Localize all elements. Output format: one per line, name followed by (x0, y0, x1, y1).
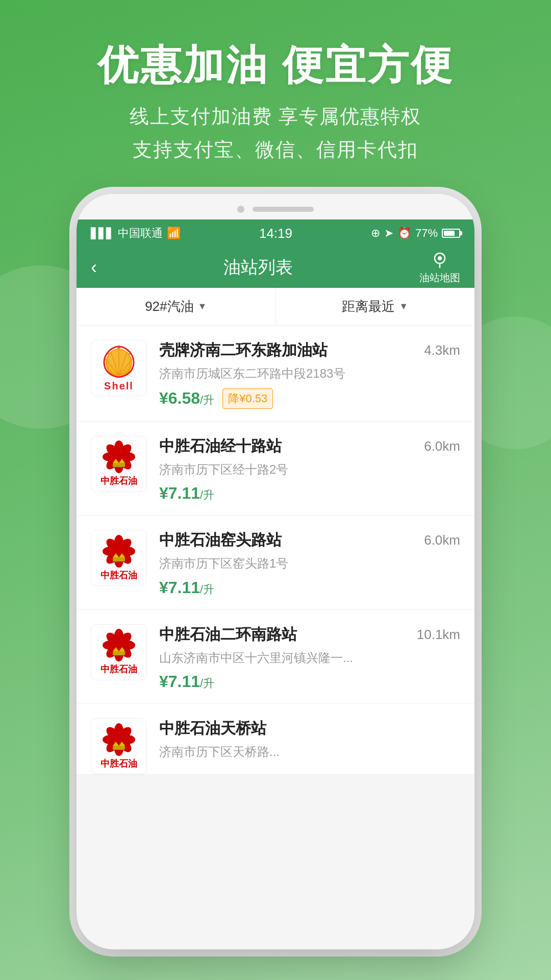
price-unit: /升 (200, 488, 214, 501)
phone-camera (237, 206, 244, 213)
nav-title: 油站列表 (223, 256, 293, 279)
filter-bar: 92#汽油 ▼ 距离最近 ▼ (77, 288, 474, 326)
station-list: Shell 壳牌济南二环东路加油站 4.3km 济南市历城区东二环路中段2183… (77, 326, 474, 775)
station-info: 壳牌济南二环东路加油站 4.3km 济南市历城区东二环路中段2183号 ¥6.5… (159, 340, 460, 409)
shell-icon (101, 345, 137, 379)
fuel-type-arrow: ▼ (198, 301, 207, 312)
zhongsheng-brand-text: 中胜石油 (101, 475, 137, 487)
station-distance: 6.0km (424, 438, 460, 454)
price-unit: /升 (200, 583, 214, 596)
station-name-row: 中胜石油二环南路站 10.1km (159, 624, 460, 645)
station-logo: 中胜石油 (91, 436, 147, 492)
station-info: 中胜石油经十路站 6.0km 济南市历下区经十路2号 ¥7.11/升 (159, 436, 460, 503)
station-info: 中胜石油窑头路站 6.0km 济南市历下区窑头路1号 ¥7.11/升 (159, 530, 460, 597)
sort-filter[interactable]: 距离最近 ▼ (276, 288, 475, 325)
hero-subtitle-line1: 线上支付加油费 享专属优惠特权 (0, 100, 551, 133)
station-address: 济南市历下区经十路2号 (159, 461, 460, 478)
station-price: ¥6.58/升 (159, 389, 214, 408)
gps-icon: ➤ (384, 227, 393, 240)
station-address: 济南市历下区天桥路... (159, 743, 460, 761)
station-item[interactable]: 中胜石油 中胜石油经十路站 6.0km 济南市历下区经十路2号 ¥7.11/升 (77, 422, 474, 516)
status-right: ⊕ ➤ ⏰ 77% (371, 227, 460, 240)
station-distance: 4.3km (424, 342, 460, 358)
map-view-button[interactable]: 油站地图 (419, 250, 460, 285)
station-name: 中胜石油二环南路站 (159, 624, 297, 645)
station-price-row: ¥7.11/升 (159, 578, 460, 597)
station-address: 山东济南市中区十六里河镇兴隆一... (159, 649, 460, 667)
station-logo: Shell (91, 340, 147, 396)
zhongsheng-icon (101, 723, 137, 756)
station-price: ¥7.11/升 (159, 484, 214, 503)
station-name-row: 壳牌济南二环东路加油站 4.3km (159, 340, 460, 361)
zhongsheng-brand-text: 中胜石油 (101, 569, 137, 581)
alarm-icon: ⏰ (397, 227, 411, 240)
shell-brand-text: Shell (104, 380, 134, 392)
station-price-row: ¥6.58/升 降¥0.53 (159, 388, 460, 409)
phone-top-hardware (77, 194, 474, 219)
zhongsheng-brand-text: 中胜石油 (101, 663, 137, 675)
station-price-row: ¥7.11/升 (159, 672, 460, 691)
zhongsheng-icon (101, 440, 137, 474)
svg-rect-53 (113, 746, 125, 750)
station-info: 中胜石油二环南路站 10.1km 山东济南市中区十六里河镇兴隆一... ¥7.1… (159, 624, 460, 692)
station-info: 中胜石油天桥站 济南市历下区天桥路... (159, 718, 460, 761)
station-address: 济南市历城区东二环路中段2183号 (159, 365, 460, 382)
carrier-name: 中国联通 (118, 226, 163, 241)
phone-mockup: ▋▋▋ 中国联通 📶 14:19 ⊕ ➤ ⏰ 77% ‹ 油站列表 (77, 194, 474, 949)
status-time: 14:19 (259, 226, 292, 241)
station-logo: 中胜石油 (91, 718, 147, 774)
station-name: 中胜石油经十路站 (159, 436, 282, 457)
station-item[interactable]: 中胜石油 中胜石油二环南路站 10.1km 山东济南市中区十六里河镇兴隆一...… (77, 610, 474, 704)
battery-fill (444, 231, 455, 236)
station-name-row: 中胜石油窑头路站 6.0km (159, 530, 460, 551)
location-icon: ⊕ (371, 227, 380, 240)
station-distance: 6.0km (424, 532, 460, 548)
station-name: 壳牌济南二环东路加油站 (159, 340, 328, 361)
map-label: 油站地图 (419, 271, 460, 285)
signal-icon: ▋▋▋ (91, 227, 114, 239)
zhongsheng-icon (101, 629, 137, 662)
battery-percent: 77% (415, 227, 438, 240)
station-name-row: 中胜石油经十路站 6.0km (159, 436, 460, 457)
wifi-icon: 📶 (167, 227, 181, 240)
station-logo: 中胜石油 (91, 530, 147, 586)
station-name: 中胜石油窑头路站 (159, 530, 282, 551)
station-name: 中胜石油天桥站 (159, 718, 266, 739)
station-price: ¥7.11/升 (159, 672, 214, 691)
svg-point-1 (438, 256, 442, 260)
station-price: ¥7.11/升 (159, 578, 214, 597)
hero-section: 优惠加油 便宜方便 线上支付加油费 享专属优惠特权 支持支付宝、微信、信用卡代扣 (0, 0, 551, 186)
station-item[interactable]: 中胜石油 中胜石油天桥站 济南市历下区天桥路... (77, 704, 474, 775)
station-address: 济南市历下区窑头路1号 (159, 555, 460, 572)
status-left: ▋▋▋ 中国联通 📶 (91, 226, 181, 241)
station-price-row: ¥7.11/升 (159, 484, 460, 503)
status-bar: ▋▋▋ 中国联通 📶 14:19 ⊕ ➤ ⏰ 77% (77, 219, 474, 247)
back-button[interactable]: ‹ (91, 257, 97, 278)
hero-subtitle: 线上支付加油费 享专属优惠特权 支持支付宝、微信、信用卡代扣 (0, 100, 551, 166)
svg-rect-31 (113, 557, 125, 561)
station-name-row: 中胜石油天桥站 (159, 718, 460, 739)
svg-rect-20 (113, 463, 125, 467)
station-item[interactable]: Shell 壳牌济南二环东路加油站 4.3km 济南市历城区东二环路中段2183… (77, 326, 474, 422)
svg-rect-42 (113, 651, 125, 655)
zhongsheng-brand-text: 中胜石油 (101, 757, 137, 770)
hero-title: 优惠加油 便宜方便 (0, 41, 551, 90)
phone-speaker (253, 207, 314, 212)
station-logo: 中胜石油 (91, 624, 147, 680)
zhongsheng-icon (101, 535, 137, 568)
sort-label: 距离最近 (342, 298, 395, 315)
nav-bar: ‹ 油站列表 油站地图 (77, 247, 474, 288)
station-distance: 10.1km (417, 627, 460, 643)
battery-icon (442, 229, 460, 238)
price-unit: /升 (200, 394, 214, 406)
discount-badge: 降¥0.53 (222, 388, 273, 409)
fuel-type-label: 92#汽油 (145, 298, 193, 315)
map-icon (431, 250, 449, 271)
sort-arrow: ▼ (399, 301, 408, 312)
station-item[interactable]: 中胜石油 中胜石油窑头路站 6.0km 济南市历下区窑头路1号 ¥7.11/升 (77, 516, 474, 610)
hero-subtitle-line2: 支持支付宝、微信、信用卡代扣 (0, 133, 551, 166)
price-unit: /升 (200, 677, 214, 690)
fuel-type-filter[interactable]: 92#汽油 ▼ (77, 288, 276, 325)
